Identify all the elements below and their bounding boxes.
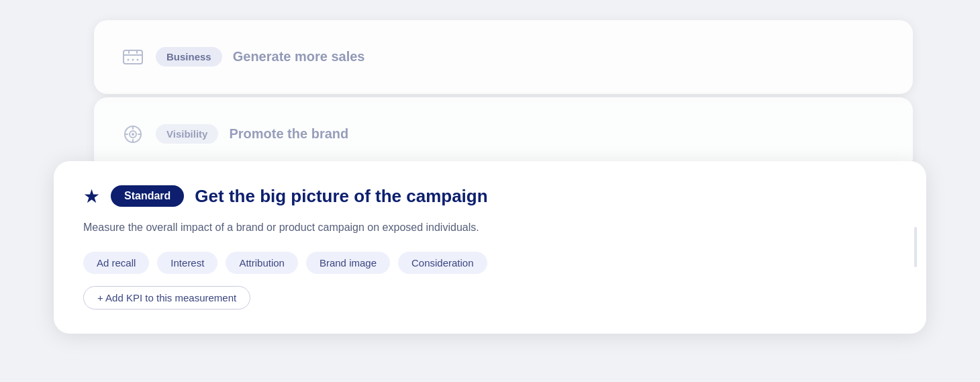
main-title: Get the big picture of the campaign: [195, 186, 487, 207]
kpi-tag-interest[interactable]: Interest: [157, 252, 217, 274]
visibility-icon: [121, 122, 145, 146]
business-card: Business Generate more sales: [94, 20, 913, 94]
kpi-tag-attribution[interactable]: Attribution: [226, 252, 298, 274]
visibility-card-row: Visibility Promote the brand: [121, 122, 348, 146]
svg-point-1: [128, 58, 130, 60]
star-icon: ★: [83, 185, 100, 207]
svg-point-6: [132, 133, 134, 136]
page-container: Business Generate more sales Visibility …: [54, 20, 926, 363]
svg-rect-0: [124, 50, 142, 64]
main-card: ★ Standard Get the big picture of the ca…: [54, 161, 926, 334]
visibility-badge[interactable]: Visibility: [156, 124, 218, 144]
kpi-tag-consideration[interactable]: Consideration: [398, 252, 487, 274]
svg-point-2: [132, 58, 134, 60]
main-card-header: ★ Standard Get the big picture of the ca…: [83, 185, 897, 207]
kpi-tag-brand-image[interactable]: Brand image: [306, 252, 390, 274]
visibility-label: Promote the brand: [229, 126, 348, 142]
business-card-row: Business Generate more sales: [121, 45, 364, 69]
visibility-card: Visibility Promote the brand: [94, 97, 913, 171]
business-badge[interactable]: Business: [156, 47, 222, 66]
cart-icon: [121, 45, 145, 69]
kpi-tags-container: Ad recall Interest Attribution Brand ima…: [83, 252, 897, 274]
svg-point-3: [137, 58, 139, 60]
business-label: Generate more sales: [233, 49, 365, 64]
add-kpi-button[interactable]: + Add KPI to this measurement: [83, 286, 250, 309]
kpi-tag-ad-recall[interactable]: Ad recall: [83, 252, 149, 274]
main-description: Measure the overall impact of a brand or…: [83, 220, 634, 236]
standard-badge: Standard: [111, 185, 184, 207]
